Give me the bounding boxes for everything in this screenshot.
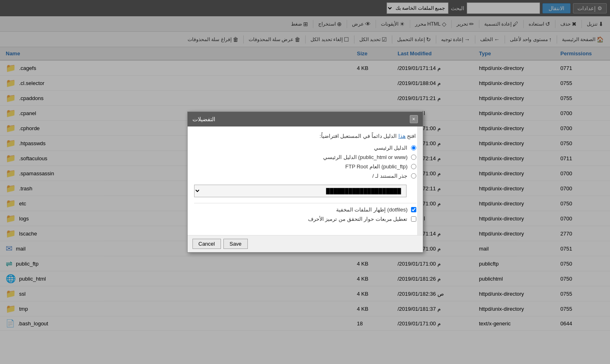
radio-label: الدليل الرئيسي <box>374 145 408 151</box>
checkbox-label: (dotfiles) إظهار الملفات المخفية <box>336 207 408 213</box>
modal-scrollbar <box>417 126 423 235</box>
radio-item[interactable]: الدليل الرئيسي <box>194 145 416 151</box>
radio-label: (public_html or www) الدليل الرئيسي <box>323 154 408 160</box>
radio-input[interactable] <box>411 145 416 150</box>
custom-select-row: ████████████████████ <box>194 185 407 197</box>
radio-input[interactable] <box>411 164 416 169</box>
custom-dir-select[interactable]: ████████████████████ <box>194 185 407 197</box>
preferences-modal: × التفضيلات افتح هذا الدليل دائماً في ال… <box>187 111 423 253</box>
radio-label: جذر المستند لـ / <box>372 173 407 179</box>
radio-input[interactable] <box>411 173 416 179</box>
modal-footer: Save Cancel <box>188 235 423 252</box>
checkbox-input[interactable] <box>411 207 416 212</box>
modal-body: افتح هذا الدليل دائماً في المستعبل افترا… <box>188 126 423 235</box>
cancel-button[interactable]: Cancel <box>192 239 221 249</box>
modal-close-button[interactable]: × <box>410 115 418 123</box>
radio-item[interactable]: (public_html or www) الدليل الرئيسي <box>194 154 416 160</box>
modal-title: التفضيلات <box>192 116 215 122</box>
radio-label: (public_ftp) العام FTP Root <box>345 163 408 170</box>
radio-item[interactable]: (public_ftp) العام FTP Root <box>194 163 416 170</box>
this-link[interactable]: هذا <box>398 133 406 139</box>
checkbox-label: تعطيل مربعات حوار التحقق من ترميز الأحرف <box>308 216 408 222</box>
modal-overlay: × التفضيلات افتح هذا الدليل دائماً في ال… <box>0 0 610 364</box>
modal-header: × التفضيلات <box>188 112 423 126</box>
checkbox-group: (dotfiles) إظهار الملفات المخفية تعطيل م… <box>194 203 416 222</box>
modal-question: افتح هذا الدليل دائماً في المستعبل افترا… <box>194 133 416 139</box>
radio-item[interactable]: جذر المستند لـ / <box>194 173 416 179</box>
checkbox-item[interactable]: (dotfiles) إظهار الملفات المخفية <box>194 207 416 213</box>
checkbox-input[interactable] <box>411 216 416 222</box>
radio-group: الدليل الرئيسي (public_html or www) الدل… <box>194 145 416 179</box>
checkbox-item[interactable]: تعطيل مربعات حوار التحقق من ترميز الأحرف <box>194 216 416 222</box>
save-button[interactable]: Save <box>223 239 248 249</box>
radio-input[interactable] <box>411 155 416 160</box>
